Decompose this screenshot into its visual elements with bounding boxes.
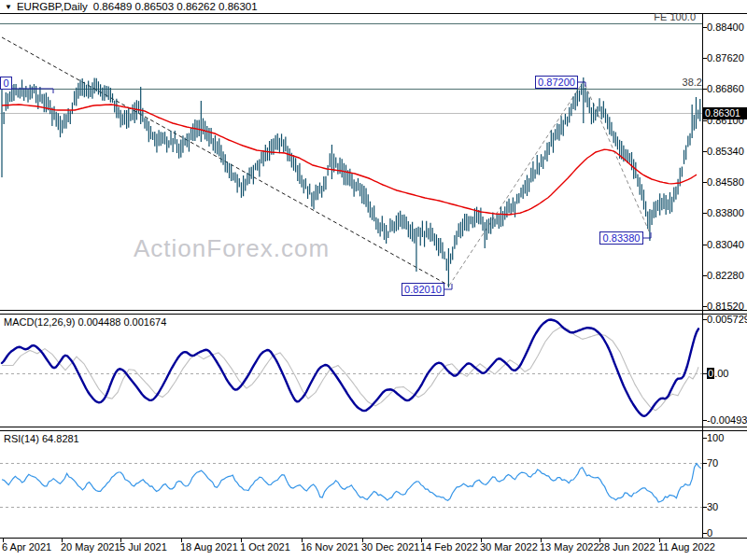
date-axis-label: 13 May 2022: [540, 541, 599, 553]
macd-zero-box: 0: [707, 368, 714, 379]
rsi-axis-label: 70: [707, 457, 718, 469]
date-axis-label: 16 Nov 2021: [301, 541, 359, 553]
macd-panel[interactable]: [0, 314, 702, 427]
date-axis-label: 6 Apr 2021: [2, 541, 51, 553]
panel-splitter-rsi[interactable]: [0, 425, 747, 429]
date-axis-label: 28 Jun 2022: [599, 541, 655, 553]
date-axis-label: 30 Dec 2021: [361, 541, 419, 553]
date-axis-label: 20 May 2021: [61, 541, 120, 553]
date-axis-label: 30 Mar 2022: [480, 541, 538, 553]
price-axis-label: 0.83800: [707, 207, 744, 218]
rsi-axis-label: 0: [707, 527, 712, 539]
macd-zero-label: 0.00: [707, 368, 728, 379]
date-axis-label: 14 Feb 2022: [420, 541, 478, 553]
rsi-panel[interactable]: [0, 430, 702, 538]
price-axis-label: 0.86100: [707, 115, 744, 126]
chevron-down-icon: ▼: [5, 3, 12, 11]
date-axis-label: 1 Oct 2021: [240, 541, 290, 553]
rsi-axis-label: 100: [707, 432, 724, 443]
price-axis-label: 0.84580: [707, 176, 744, 188]
panel-splitter-macd[interactable]: [0, 308, 747, 313]
price-axis-label: 0.83040: [707, 239, 744, 250]
symbol-timeframe-label: EURGBP,Daily: [17, 1, 88, 12]
chart-title: ▼EURGBP,Daily0.86489 0.86503 0.86262 0.8…: [5, 1, 258, 12]
price-axis-label: 0.87620: [707, 52, 744, 63]
date-axis-label: 18 Aug 2021: [180, 541, 238, 553]
price-axis-label: 0.86860: [707, 83, 744, 94]
date-axis-label: 5 Jul 2021: [120, 541, 167, 553]
main-chart-panel[interactable]: [0, 13, 702, 310]
mt4-chart-window: ActionForex.com ▼EURGBP,Daily0.86489 0.8…: [0, 0, 747, 560]
macd-axis-label: 0.005729: [707, 314, 747, 325]
rsi-axis-label: 30: [707, 501, 718, 512]
ohlc-values: 0.86489 0.86503 0.86262 0.86301: [93, 1, 258, 12]
price-axis-label: 0.88400: [707, 21, 744, 33]
price-axis-label: 0.85340: [707, 146, 744, 157]
price-axis-label: 0.82280: [707, 270, 744, 281]
date-axis-label: 11 Aug 2022: [658, 541, 715, 553]
